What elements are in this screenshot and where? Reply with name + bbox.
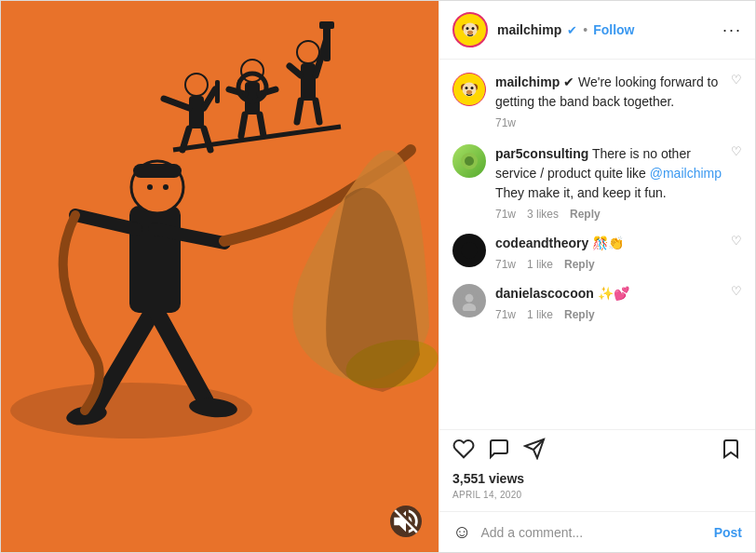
comment-icon [488, 438, 510, 460]
par5-heart-button[interactable]: ♡ [731, 144, 742, 158]
follow-button[interactable]: Follow [593, 22, 634, 37]
svg-line-30 [316, 101, 319, 122]
par5-time: 71w [495, 208, 516, 221]
par5-mention[interactable]: @mailchimp [650, 166, 722, 181]
save-button[interactable] [720, 438, 742, 464]
par5-avatar-img [460, 152, 479, 170]
heart-icon [452, 438, 475, 460]
comment-avatar-danielascocoon[interactable] [452, 284, 486, 317]
svg-rect-33 [323, 24, 331, 61]
post-date: APRIL 14, 2020 [452, 490, 742, 500]
post-comment-button[interactable]: Post [714, 525, 742, 540]
add-comment-row: ☺ Post [439, 511, 755, 552]
post-image [1, 1, 439, 553]
codeandtheory-heart-button[interactable]: ♡ [731, 234, 742, 248]
views-count: 3,551 views [452, 471, 742, 486]
svg-point-10 [147, 184, 153, 190]
svg-rect-5 [129, 206, 181, 313]
comment-text-par5: par5consulting There is no other service… [495, 144, 722, 203]
codeandtheory-time: 71w [495, 258, 516, 271]
caption-username[interactable]: mailchimp [495, 74, 560, 89]
svg-line-17 [164, 99, 189, 108]
caption-text: mailchimp ✔ We're looking forward to get… [495, 73, 722, 112]
svg-point-27 [297, 41, 319, 63]
comment-avatar-codeandtheory[interactable] [452, 234, 486, 267]
danielascocoon-reply-btn[interactable]: Reply [564, 308, 595, 321]
comment-button[interactable] [488, 438, 510, 464]
illustration-svg [1, 1, 439, 553]
more-options-button[interactable]: ··· [715, 20, 742, 40]
caption-avatar-img [455, 75, 483, 103]
caption-heart-button[interactable]: ♡ [731, 73, 742, 87]
codeandtheory-meta: 71w 1 like Reply [495, 258, 722, 271]
comment-row-danielascocoon: danielascocoon ✨💕 71w 1 like Reply ♡ [452, 284, 742, 321]
caption-meta: 71w [495, 116, 722, 129]
svg-point-40 [466, 27, 469, 30]
header-info: mailchimp ✔ • Follow [497, 22, 715, 37]
codeandtheory-avatar-img [460, 241, 479, 260]
comment-text-danielascocoon: danielascocoon ✨💕 [495, 284, 722, 303]
par5-username[interactable]: par5consulting [495, 146, 588, 161]
svg-point-52 [461, 242, 478, 259]
caption-body: mailchimp ✔ We're looking forward to get… [495, 73, 722, 129]
svg-line-7 [75, 215, 136, 229]
comment-row-codeandtheory: codeandtheory 🎊👏 71w 1 like Reply ♡ [452, 234, 742, 271]
par5-meta: 71w 3 likes Reply [495, 208, 722, 221]
par5-reply-btn[interactable]: Reply [570, 208, 601, 221]
svg-line-22 [241, 115, 245, 136]
svg-line-32 [290, 66, 301, 75]
caption-row: mailchimp ✔ We're looking forward to get… [452, 73, 742, 129]
comment-avatar-par5[interactable] [452, 144, 486, 178]
svg-line-23 [260, 115, 263, 136]
comment-input[interactable] [480, 525, 704, 540]
par5-text2: They make it, and keep it fun. [495, 185, 667, 200]
codeandtheory-likes[interactable]: 1 like [527, 258, 553, 271]
svg-point-54 [466, 294, 474, 303]
header-username[interactable]: mailchimp [497, 22, 561, 37]
danielascocoon-username[interactable]: danielascocoon [495, 286, 594, 301]
post-header: mailchimp ✔ • Follow ··· [439, 1, 755, 60]
share-button[interactable] [523, 438, 546, 464]
comment-body-par5: par5consulting There is no other service… [495, 144, 722, 221]
header-avatar[interactable] [452, 12, 488, 47]
svg-rect-9 [133, 164, 182, 178]
comments-area: mailchimp ✔ We're looking forward to get… [439, 60, 755, 429]
danielascocoon-meta: 71w 1 like Reply [495, 308, 722, 321]
caption-time: 71w [495, 116, 516, 129]
mute-icon [390, 506, 422, 537]
svg-line-35 [173, 127, 341, 150]
share-icon [523, 438, 546, 460]
codeandtheory-emoji: 🎊👏 [592, 236, 624, 250]
svg-point-49 [466, 90, 472, 95]
svg-rect-14 [189, 96, 204, 128]
danielascocoon-likes[interactable]: 1 like [527, 308, 553, 321]
danielascocoon-emoji: ✨💕 [598, 286, 629, 301]
svg-rect-28 [301, 63, 316, 101]
svg-point-48 [471, 87, 474, 89]
caption-avatar[interactable] [452, 73, 486, 106]
like-button[interactable] [452, 438, 475, 464]
svg-point-13 [185, 74, 208, 96]
svg-point-11 [163, 184, 169, 190]
svg-point-51 [465, 156, 474, 166]
danielascocoon-time: 71w [495, 308, 516, 321]
svg-point-42 [467, 31, 473, 35]
post-container: mailchimp ✔ • Follow ··· [0, 0, 756, 553]
post-content: mailchimp ✔ • Follow ··· [439, 1, 755, 552]
post-actions: 3,551 views APRIL 14, 2020 [439, 429, 755, 511]
danielascocoon-heart-button[interactable]: ♡ [731, 284, 742, 298]
svg-rect-19 [215, 80, 220, 103]
svg-rect-34 [319, 21, 334, 29]
codeandtheory-username[interactable]: codeandtheory [495, 236, 588, 250]
svg-point-41 [472, 27, 475, 30]
mailchimp-avatar-img [456, 16, 484, 44]
svg-point-47 [466, 87, 468, 89]
caption-verified: ✔ [563, 74, 578, 89]
header-dot: • [583, 22, 587, 37]
mute-button[interactable] [390, 506, 422, 537]
emoji-button[interactable]: ☺ [452, 521, 471, 543]
comment-row: par5consulting There is no other service… [452, 144, 742, 221]
danielascocoon-avatar-img [459, 290, 479, 311]
codeandtheory-reply-btn[interactable]: Reply [564, 258, 595, 271]
par5-likes[interactable]: 3 likes [527, 208, 559, 221]
